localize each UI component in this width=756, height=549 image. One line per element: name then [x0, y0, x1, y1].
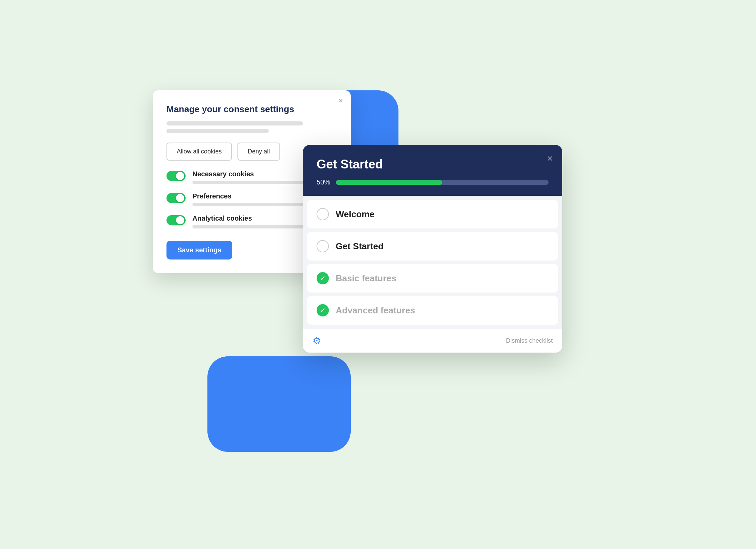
welcome-label: Welcome [336, 209, 375, 220]
cookie-modal-close-button[interactable]: × [338, 97, 343, 105]
checklist-item-basic-features[interactable]: ✓ Basic features [307, 264, 558, 293]
welcome-circle-icon [317, 208, 329, 220]
save-settings-button[interactable]: Save settings [166, 241, 232, 259]
get-started-circle-icon [317, 240, 329, 252]
get-started-close-button[interactable]: × [547, 153, 553, 164]
progress-row: 50% [317, 178, 549, 186]
checklist-item-welcome[interactable]: Welcome [307, 200, 558, 228]
scene: × Manage your consent settings Allow all… [139, 70, 617, 479]
analytical-cookies-toggle-track[interactable] [166, 215, 186, 225]
checklist-item-advanced-features[interactable]: ✓ Advanced features [307, 296, 558, 325]
advanced-features-check-icon: ✓ [317, 304, 329, 316]
checklist-item-get-started[interactable]: Get Started [307, 232, 558, 261]
progress-label: 50% [317, 178, 330, 186]
cookie-description-line-1 [166, 121, 303, 125]
preferences-toggle-track[interactable] [166, 193, 186, 203]
blob-bottom-line-decoration [262, 382, 351, 426]
cookie-modal-title: Manage your consent settings [166, 104, 337, 115]
deny-all-button[interactable]: Deny all [237, 143, 280, 161]
advanced-features-label: Advanced features [336, 305, 415, 316]
progress-bar-background [336, 180, 549, 185]
preferences-toggle[interactable] [166, 193, 186, 203]
progress-bar-fill [336, 180, 442, 185]
get-started-footer: ⚙ Dismiss checklist [303, 329, 562, 353]
dismiss-checklist-button[interactable]: Dismiss checklist [506, 337, 553, 344]
get-started-item-label: Get Started [336, 241, 383, 252]
gear-icon[interactable]: ⚙ [312, 335, 321, 346]
get-started-body: Welcome Get Started ✓ Basic features ✓ A… [303, 196, 562, 329]
allow-all-cookies-button[interactable]: Allow all cookies [166, 143, 232, 161]
get-started-title: Get Started [317, 157, 549, 172]
necessary-cookies-toggle-track[interactable] [166, 171, 186, 181]
analytical-cookies-toggle[interactable] [166, 215, 186, 225]
get-started-modal: Get Started × 50% Welcome Get Started [303, 145, 562, 353]
necessary-cookies-toggle[interactable] [166, 171, 186, 181]
basic-features-check-icon: ✓ [317, 272, 329, 284]
basic-features-label: Basic features [336, 273, 396, 284]
cookie-description-line-2 [166, 129, 269, 133]
get-started-header: Get Started × 50% [303, 145, 562, 196]
